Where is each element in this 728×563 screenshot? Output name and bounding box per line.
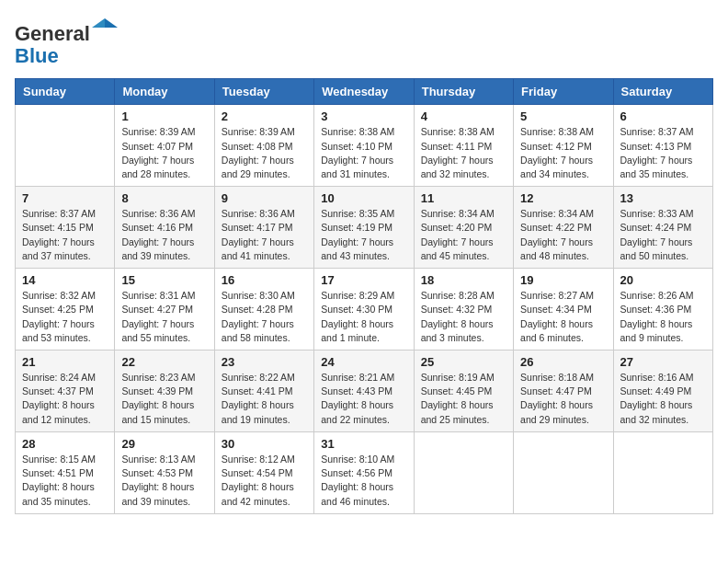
sunrise-text: Sunrise: 8:13 AM — [121, 454, 195, 465]
day-info: Sunrise: 8:32 AM Sunset: 4:25 PM Dayligh… — [22, 289, 108, 345]
sunset-text: Sunset: 4:39 PM — [121, 385, 193, 396]
sunrise-text: Sunrise: 8:37 AM — [22, 208, 96, 219]
sunset-text: Sunset: 4:15 PM — [22, 222, 94, 233]
day-number: 26 — [520, 355, 606, 369]
sunrise-text: Sunrise: 8:36 AM — [222, 208, 295, 219]
day-number: 16 — [222, 273, 307, 287]
day-info: Sunrise: 8:27 AM Sunset: 4:34 PM Dayligh… — [520, 289, 606, 345]
day-number: 4 — [421, 109, 506, 123]
calendar-cell: 22 Sunrise: 8:23 AM Sunset: 4:39 PM Dayl… — [115, 350, 214, 432]
sunrise-text: Sunrise: 8:29 AM — [321, 290, 394, 301]
weekday-header-saturday: Saturday — [613, 79, 712, 105]
day-info: Sunrise: 8:12 AM Sunset: 4:54 PM Dayligh… — [222, 453, 307, 509]
day-number: 22 — [121, 355, 207, 369]
day-number: 6 — [620, 109, 706, 123]
sunset-text: Sunset: 4:51 PM — [22, 467, 94, 478]
sunset-text: Sunset: 4:20 PM — [421, 222, 493, 233]
daylight-text: Daylight: 7 hours and 37 minutes. — [22, 236, 95, 261]
sunrise-text: Sunrise: 8:34 AM — [421, 208, 495, 219]
calendar-cell — [414, 431, 513, 513]
daylight-text: Daylight: 8 hours and 32 minutes. — [620, 399, 693, 424]
calendar-week-row: 14 Sunrise: 8:32 AM Sunset: 4:25 PM Dayl… — [16, 269, 713, 350]
sunrise-text: Sunrise: 8:27 AM — [520, 290, 594, 301]
sunrise-text: Sunrise: 8:19 AM — [421, 372, 495, 383]
calendar-cell: 14 Sunrise: 8:32 AM Sunset: 4:25 PM Dayl… — [16, 269, 115, 350]
sunset-text: Sunset: 4:45 PM — [421, 385, 493, 396]
sunrise-text: Sunrise: 8:38 AM — [421, 126, 495, 137]
day-info: Sunrise: 8:38 AM Sunset: 4:11 PM Dayligh… — [421, 125, 506, 181]
day-number: 23 — [222, 355, 307, 369]
weekday-header-sunday: Sunday — [16, 79, 115, 105]
day-info: Sunrise: 8:37 AM Sunset: 4:15 PM Dayligh… — [22, 207, 108, 263]
calendar-cell: 3 Sunrise: 8:38 AM Sunset: 4:10 PM Dayli… — [314, 105, 414, 187]
daylight-text: Daylight: 7 hours and 41 minutes. — [222, 236, 294, 261]
daylight-text: Daylight: 7 hours and 58 minutes. — [222, 318, 294, 343]
calendar-week-row: 7 Sunrise: 8:37 AM Sunset: 4:15 PM Dayli… — [16, 187, 713, 269]
day-number: 11 — [421, 191, 506, 205]
day-number: 15 — [121, 273, 207, 287]
day-number: 13 — [620, 191, 706, 205]
sunset-text: Sunset: 4:22 PM — [520, 222, 592, 233]
calendar-cell: 7 Sunrise: 8:37 AM Sunset: 4:15 PM Dayli… — [16, 187, 115, 269]
day-info: Sunrise: 8:21 AM Sunset: 4:43 PM Dayligh… — [321, 371, 406, 427]
calendar-cell: 27 Sunrise: 8:16 AM Sunset: 4:49 PM Dayl… — [613, 350, 712, 432]
sunset-text: Sunset: 4:08 PM — [222, 141, 293, 152]
day-info: Sunrise: 8:36 AM Sunset: 4:17 PM Dayligh… — [222, 207, 307, 263]
day-info: Sunrise: 8:19 AM Sunset: 4:45 PM Dayligh… — [421, 371, 506, 427]
calendar-cell: 24 Sunrise: 8:21 AM Sunset: 4:43 PM Dayl… — [314, 350, 414, 432]
day-info: Sunrise: 8:30 AM Sunset: 4:28 PM Dayligh… — [222, 289, 307, 345]
sunset-text: Sunset: 4:32 PM — [421, 304, 493, 315]
daylight-text: Daylight: 8 hours and 46 minutes. — [321, 481, 393, 506]
calendar-cell: 13 Sunrise: 8:33 AM Sunset: 4:24 PM Dayl… — [613, 187, 712, 269]
sunset-text: Sunset: 4:07 PM — [121, 141, 193, 152]
sunset-text: Sunset: 4:30 PM — [321, 304, 392, 315]
daylight-text: Daylight: 7 hours and 35 minutes. — [620, 155, 693, 179]
day-info: Sunrise: 8:15 AM Sunset: 4:51 PM Dayligh… — [22, 453, 108, 509]
calendar-cell: 10 Sunrise: 8:35 AM Sunset: 4:19 PM Dayl… — [314, 187, 414, 269]
calendar-cell: 19 Sunrise: 8:27 AM Sunset: 4:34 PM Dayl… — [514, 269, 613, 350]
sunset-text: Sunset: 4:17 PM — [222, 222, 293, 233]
sunrise-text: Sunrise: 8:39 AM — [222, 126, 295, 137]
page-header: General Blue — [15, 15, 713, 67]
sunset-text: Sunset: 4:34 PM — [520, 304, 592, 315]
sunrise-text: Sunrise: 8:36 AM — [121, 208, 195, 219]
day-info: Sunrise: 8:39 AM Sunset: 4:07 PM Dayligh… — [121, 125, 207, 181]
sunset-text: Sunset: 4:11 PM — [421, 141, 493, 152]
daylight-text: Daylight: 8 hours and 19 minutes. — [222, 399, 294, 424]
day-number: 14 — [22, 273, 108, 287]
daylight-text: Daylight: 8 hours and 3 minutes. — [421, 318, 494, 343]
daylight-text: Daylight: 8 hours and 39 minutes. — [121, 481, 194, 506]
sunset-text: Sunset: 4:49 PM — [620, 385, 692, 396]
calendar-cell — [613, 431, 712, 513]
day-number: 19 — [520, 273, 606, 287]
daylight-text: Daylight: 7 hours and 45 minutes. — [421, 236, 494, 261]
calendar-week-row: 1 Sunrise: 8:39 AM Sunset: 4:07 PM Dayli… — [16, 105, 713, 187]
day-info: Sunrise: 8:34 AM Sunset: 4:20 PM Dayligh… — [421, 207, 506, 263]
calendar-cell: 30 Sunrise: 8:12 AM Sunset: 4:54 PM Dayl… — [214, 431, 313, 513]
daylight-text: Daylight: 7 hours and 50 minutes. — [620, 236, 693, 261]
calendar-cell: 28 Sunrise: 8:15 AM Sunset: 4:51 PM Dayl… — [16, 431, 115, 513]
daylight-text: Daylight: 7 hours and 53 minutes. — [22, 318, 95, 343]
day-number: 18 — [421, 273, 506, 287]
daylight-text: Daylight: 8 hours and 6 minutes. — [520, 318, 593, 343]
sunrise-text: Sunrise: 8:30 AM — [222, 290, 295, 301]
day-number: 17 — [321, 273, 406, 287]
day-number: 24 — [321, 355, 406, 369]
sunrise-text: Sunrise: 8:31 AM — [121, 290, 195, 301]
calendar-cell: 20 Sunrise: 8:26 AM Sunset: 4:36 PM Dayl… — [613, 269, 712, 350]
sunset-text: Sunset: 4:24 PM — [620, 222, 692, 233]
sunset-text: Sunset: 4:19 PM — [321, 222, 392, 233]
sunset-text: Sunset: 4:37 PM — [22, 385, 94, 396]
sunset-text: Sunset: 4:56 PM — [321, 467, 392, 478]
daylight-text: Daylight: 8 hours and 15 minutes. — [121, 399, 194, 424]
logo-bird-icon — [92, 15, 118, 40]
day-info: Sunrise: 8:31 AM Sunset: 4:27 PM Dayligh… — [121, 289, 207, 345]
sunset-text: Sunset: 4:16 PM — [121, 222, 193, 233]
day-info: Sunrise: 8:39 AM Sunset: 4:08 PM Dayligh… — [222, 125, 307, 181]
calendar-cell: 12 Sunrise: 8:34 AM Sunset: 4:22 PM Dayl… — [514, 187, 613, 269]
daylight-text: Daylight: 7 hours and 28 minutes. — [121, 155, 194, 179]
sunset-text: Sunset: 4:41 PM — [222, 385, 293, 396]
day-number: 30 — [222, 437, 307, 451]
sunset-text: Sunset: 4:47 PM — [520, 385, 592, 396]
calendar-cell: 26 Sunrise: 8:18 AM Sunset: 4:47 PM Dayl… — [514, 350, 613, 432]
